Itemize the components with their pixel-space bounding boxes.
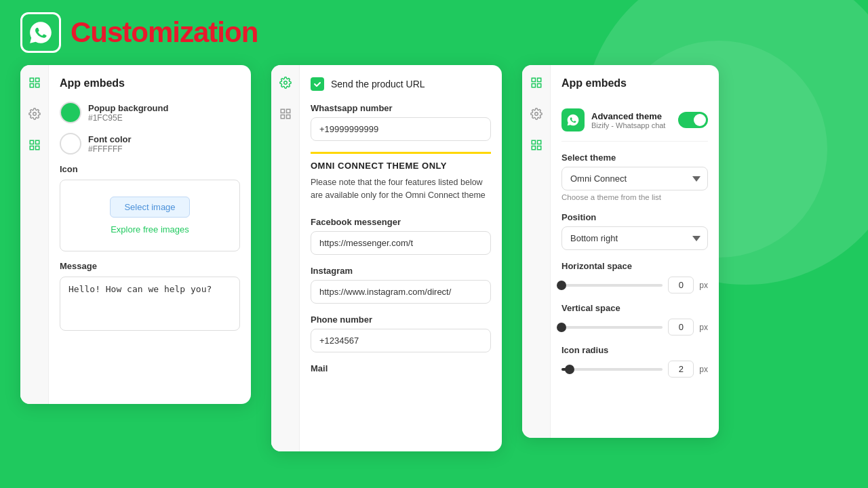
position-label: Position (561, 212, 708, 222)
left-panel-sidebar (20, 65, 49, 404)
select-theme-label: Select theme (561, 152, 708, 163)
middle-panel: Send the product URL Whastsapp number OM… (271, 65, 502, 451)
theme-select[interactable]: Omni Connect Default Classic (561, 167, 708, 190)
svg-point-9 (283, 81, 287, 85)
icon-radius-track[interactable] (561, 368, 663, 371)
svg-point-4 (33, 113, 36, 116)
phone-number-group: Phone number (311, 314, 491, 352)
horizontal-space-value[interactable]: 0 (668, 277, 694, 293)
sidebar-icon-grid[interactable] (25, 136, 44, 155)
icon-upload-box: Select image Explore free images (60, 180, 240, 251)
svg-rect-10 (281, 109, 284, 113)
send-url-label: Send the product URL (331, 79, 425, 89)
phone-number-input[interactable] (311, 329, 491, 352)
horizontal-space-thumb[interactable] (557, 281, 566, 290)
svg-rect-14 (532, 78, 535, 81)
horizontal-space-unit: px (699, 281, 708, 290)
popup-background-swatch (60, 102, 81, 123)
font-color-swatch (60, 133, 81, 155)
font-color-info: Font color #FFFFFF (88, 134, 132, 154)
svg-rect-7 (30, 146, 33, 150)
svg-rect-20 (537, 140, 540, 144)
horizontal-space-label: Horizontal space (561, 261, 708, 271)
instagram-label: Instagram (311, 266, 491, 276)
font-color-item[interactable]: Font color #FFFFFF (60, 133, 240, 155)
vertical-space-track[interactable] (561, 326, 663, 329)
popup-background-item[interactable]: Popup background #1FC95E (60, 102, 240, 123)
sidebar-icon-settings[interactable] (25, 104, 44, 123)
icon-section-label: Icon (60, 164, 240, 174)
omni-connect-note: Please note that the four features liste… (311, 176, 491, 202)
svg-rect-11 (286, 109, 290, 113)
select-image-button[interactable]: Select image (110, 197, 189, 218)
right-sidebar-icon-grid-active[interactable] (527, 136, 546, 155)
instagram-group: Instagram (311, 266, 491, 304)
facebook-messenger-label: Facebook messenger (311, 217, 491, 227)
vertical-space-section: Vertical space 0 px (561, 303, 708, 336)
logo (20, 12, 61, 53)
svg-rect-22 (537, 146, 540, 150)
left-panel-title: App embeds (60, 77, 240, 89)
left-panel: App embeds Popup background #1FC95E Font… (20, 65, 251, 404)
omni-connect-title: OMNI CONNECT THEME ONLY (311, 161, 491, 171)
send-product-url-row[interactable]: Send the product URL (311, 77, 491, 91)
middle-sidebar-icon-grid[interactable] (276, 104, 295, 123)
popup-background-label: Popup background (88, 103, 168, 113)
icon-radius-label: Icon radius (561, 345, 708, 355)
svg-rect-12 (281, 115, 284, 119)
facebook-messenger-input[interactable] (311, 231, 491, 255)
explore-free-images-link[interactable]: Explore free images (111, 224, 189, 235)
svg-rect-19 (532, 140, 535, 144)
whatsapp-logo-icon (28, 20, 54, 45)
svg-rect-5 (30, 140, 33, 144)
omni-connect-banner: OMNI CONNECT THEME ONLY Please note that… (311, 152, 491, 206)
vertical-space-slider-row: 0 px (561, 319, 708, 336)
whatsapp-number-input[interactable] (311, 117, 491, 141)
svg-rect-16 (532, 84, 535, 87)
svg-rect-8 (35, 146, 39, 150)
right-panel: App embeds Advanced theme Bizify - Whats… (522, 65, 719, 438)
font-color-label: Font color (88, 134, 132, 144)
right-sidebar-icon-embed[interactable] (527, 73, 546, 92)
popup-background-value: #1FC95E (88, 113, 168, 123)
icon-radius-unit: px (699, 365, 708, 374)
header: Customization (0, 0, 868, 65)
position-select[interactable]: Bottom right Bottom left Top right Top l… (561, 226, 708, 250)
right-panel-sidebar (522, 65, 551, 438)
icon-radius-slider-row: 2 px (561, 361, 708, 378)
instagram-input[interactable] (311, 280, 491, 304)
svg-rect-6 (35, 140, 39, 144)
whatsapp-number-label: Whastsapp number (311, 103, 491, 113)
sidebar-icon-embed[interactable] (25, 73, 44, 92)
send-url-checkbox[interactable] (311, 77, 324, 91)
svg-rect-2 (30, 84, 33, 87)
toggle-knob (694, 114, 706, 126)
svg-rect-15 (537, 78, 540, 81)
advanced-theme-toggle[interactable] (678, 112, 708, 128)
advanced-theme-icon (561, 108, 585, 131)
horizontal-space-slider-row: 0 px (561, 277, 708, 293)
whatsapp-small-icon (566, 113, 580, 127)
right-panel-title: App embeds (561, 77, 708, 89)
vertical-space-thumb[interactable] (557, 323, 566, 332)
vertical-space-unit: px (699, 323, 708, 332)
svg-rect-21 (532, 146, 535, 150)
horizontal-space-section: Horizontal space 0 px (561, 261, 708, 293)
icon-radius-thumb[interactable] (565, 365, 574, 374)
svg-rect-17 (537, 84, 540, 87)
page-title: Customization (71, 16, 258, 49)
advanced-theme-row: Advanced theme Bizify - Whatsapp chat (561, 102, 708, 142)
message-textarea[interactable]: Hello! How can we help you? (60, 277, 240, 331)
vertical-space-label: Vertical space (561, 303, 708, 313)
icon-radius-value[interactable]: 2 (668, 361, 694, 378)
vertical-space-value[interactable]: 0 (668, 319, 694, 336)
middle-sidebar-icon-settings[interactable] (276, 73, 295, 92)
advanced-theme-sub: Bizify - Whatsapp chat (591, 121, 671, 129)
panels-container: App embeds Popup background #1FC95E Font… (0, 65, 868, 485)
horizontal-space-track[interactable] (561, 284, 663, 287)
advanced-theme-name: Advanced theme (591, 111, 671, 121)
message-label: Message (60, 261, 240, 271)
middle-panel-sidebar (271, 65, 300, 451)
right-sidebar-icon-settings[interactable] (527, 104, 546, 123)
checkmark-icon (313, 80, 321, 88)
